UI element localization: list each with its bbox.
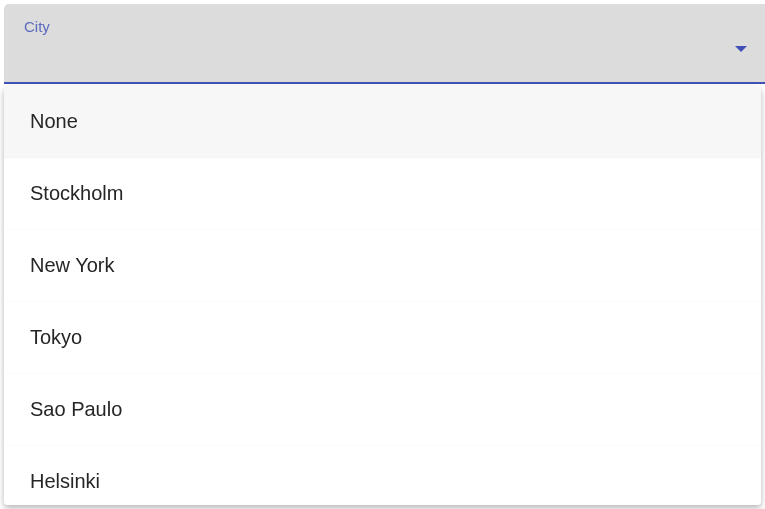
option-helsinki[interactable]: Helsinki xyxy=(4,446,761,505)
select-label: City xyxy=(24,18,50,35)
option-stockholm[interactable]: Stockholm xyxy=(4,158,761,230)
city-select[interactable]: City xyxy=(4,4,765,84)
option-label: Sao Paulo xyxy=(30,398,122,421)
option-label: None xyxy=(30,110,78,133)
option-label: New York xyxy=(30,254,115,277)
chevron-down-icon xyxy=(735,46,747,52)
option-none[interactable]: None xyxy=(4,86,761,158)
option-label: Helsinki xyxy=(30,470,100,493)
dropdown-panel[interactable]: None Stockholm New York Tokyo Sao Paulo … xyxy=(4,86,761,505)
option-new-york[interactable]: New York xyxy=(4,230,761,302)
option-sao-paulo[interactable]: Sao Paulo xyxy=(4,374,761,446)
option-label: Tokyo xyxy=(30,326,82,349)
option-label: Stockholm xyxy=(30,182,123,205)
option-tokyo[interactable]: Tokyo xyxy=(4,302,761,374)
